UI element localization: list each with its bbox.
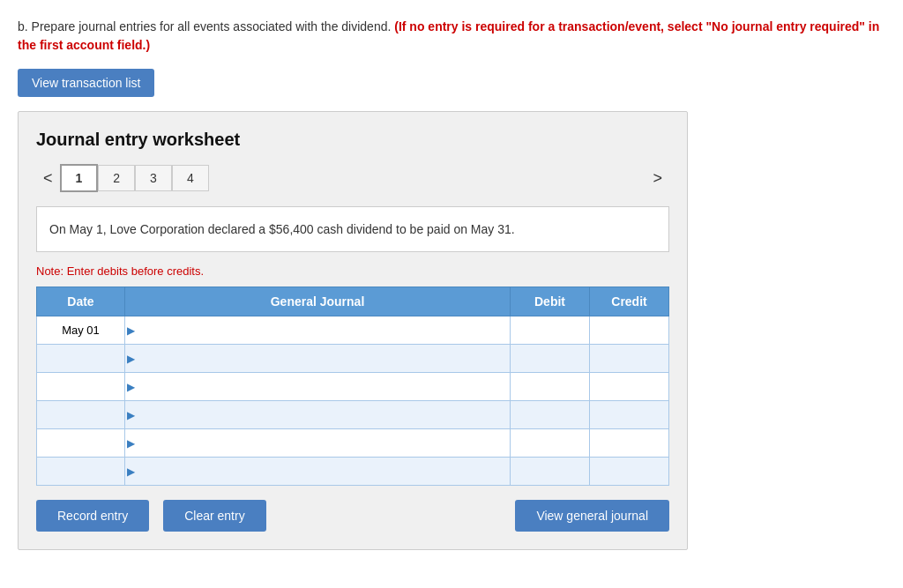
- worksheet-title: Journal entry worksheet: [36, 130, 669, 150]
- journal-cell[interactable]: ▶: [125, 401, 511, 429]
- scenario-box: On May 1, Love Corporation declared a $5…: [36, 206, 669, 252]
- table-row: ▶: [37, 429, 669, 458]
- debit-header: Debit: [511, 287, 590, 316]
- debit-cell[interactable]: [511, 401, 590, 429]
- date-cell: [37, 373, 125, 401]
- table-row: May 01▶: [37, 316, 669, 345]
- credit-input[interactable]: [590, 458, 668, 485]
- credit-cell[interactable]: [590, 458, 669, 486]
- credit-cell[interactable]: [590, 401, 669, 429]
- journal-input[interactable]: [125, 458, 510, 485]
- nav-next-button[interactable]: >: [646, 166, 669, 191]
- debit-cell[interactable]: [511, 429, 590, 458]
- scenario-text: On May 1, Love Corporation declared a $5…: [49, 222, 515, 236]
- credit-header: Credit: [590, 287, 669, 316]
- debit-input[interactable]: [511, 401, 589, 428]
- journal-input[interactable]: [125, 401, 510, 428]
- journal-input[interactable]: [125, 316, 510, 344]
- debit-cell[interactable]: [511, 458, 590, 486]
- tab-navigation: < 1 2 3 4 >: [36, 164, 669, 192]
- credit-input[interactable]: [590, 316, 668, 344]
- credit-cell[interactable]: [590, 429, 669, 458]
- date-cell: [37, 345, 125, 373]
- tab-2[interactable]: 2: [98, 165, 135, 191]
- credit-input[interactable]: [590, 401, 668, 428]
- credit-cell[interactable]: [590, 316, 669, 345]
- credit-input[interactable]: [590, 429, 668, 457]
- date-header: Date: [37, 287, 125, 316]
- journal-cell[interactable]: ▶: [125, 429, 511, 458]
- instruction-text: b. Prepare journal entries for all event…: [18, 18, 885, 55]
- credit-cell[interactable]: [590, 373, 669, 401]
- credit-input[interactable]: [590, 345, 668, 372]
- debit-cell[interactable]: [511, 345, 590, 373]
- debit-input[interactable]: [511, 345, 589, 372]
- date-cell: May 01: [37, 316, 125, 345]
- journal-input[interactable]: [125, 373, 510, 400]
- journal-input[interactable]: [125, 429, 510, 457]
- journal-cell[interactable]: ▶: [125, 316, 511, 345]
- date-cell: [37, 429, 125, 458]
- instruction-prefix: b. Prepare journal entries for all event…: [18, 19, 391, 33]
- journal-input[interactable]: [125, 345, 510, 372]
- credit-cell[interactable]: [590, 345, 669, 373]
- record-entry-button[interactable]: Record entry: [36, 500, 149, 532]
- journal-cell[interactable]: ▶: [125, 345, 511, 373]
- tab-4[interactable]: 4: [172, 165, 209, 191]
- date-cell: [37, 458, 125, 486]
- debit-cell[interactable]: [511, 316, 590, 345]
- view-transaction-button[interactable]: View transaction list: [18, 69, 154, 97]
- table-row: ▶: [37, 401, 669, 429]
- date-cell: [37, 401, 125, 429]
- journal-table: Date General Journal Debit Credit May 01…: [36, 287, 669, 486]
- table-row: ▶: [37, 458, 669, 486]
- table-row: ▶: [37, 345, 669, 373]
- tab-1[interactable]: 1: [60, 164, 99, 192]
- bottom-buttons: Record entry Clear entry View general jo…: [36, 500, 669, 532]
- worksheet-container: Journal entry worksheet < 1 2 3 4 > On M…: [18, 111, 688, 550]
- journal-cell[interactable]: ▶: [125, 458, 511, 486]
- nav-prev-button[interactable]: <: [36, 166, 60, 191]
- note-text: Note: Enter debits before credits.: [36, 264, 669, 278]
- debit-input[interactable]: [511, 373, 589, 400]
- credit-input[interactable]: [590, 373, 668, 400]
- debit-input[interactable]: [511, 458, 589, 485]
- journal-cell[interactable]: ▶: [125, 373, 511, 401]
- clear-entry-button[interactable]: Clear entry: [163, 500, 265, 532]
- tab-3[interactable]: 3: [135, 165, 172, 191]
- view-general-journal-button[interactable]: View general journal: [515, 500, 669, 532]
- debit-input[interactable]: [511, 316, 589, 344]
- debit-cell[interactable]: [511, 373, 590, 401]
- general-journal-header: General Journal: [125, 287, 511, 316]
- debit-input[interactable]: [511, 429, 589, 457]
- table-row: ▶: [37, 373, 669, 401]
